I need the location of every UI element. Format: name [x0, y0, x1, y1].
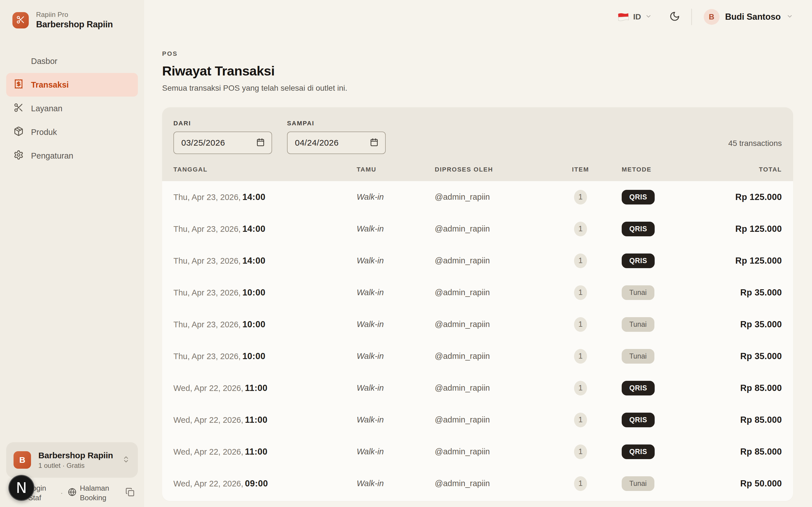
brand-outlet-name: Barbershop Rapiin	[36, 19, 113, 30]
sidebar-nav: Dasbor Transaksi	[0, 49, 144, 168]
locale-code: ID	[633, 12, 641, 21]
moon-icon	[669, 11, 680, 23]
payment-method-badge: QRIS	[622, 381, 655, 395]
date-from-value: 03/25/2026	[181, 138, 225, 148]
booking-page-link[interactable]: Halaman Booking	[68, 484, 120, 503]
row-processed-by: @admin_rapiin	[435, 383, 565, 393]
nextjs-devtools-button[interactable]: N	[8, 475, 35, 501]
gear-icon	[13, 150, 24, 162]
globe-icon	[68, 488, 77, 499]
table-row[interactable]: Thu, Apr 23, 2026,14:00 Walk-in @admin_r…	[173, 245, 782, 277]
page-title: Riwayat Transaksi	[162, 63, 793, 78]
row-item-count: 1	[574, 317, 587, 332]
receipt-icon	[13, 79, 24, 91]
filter-to: SAMPAI 04/24/2026	[287, 120, 386, 154]
chevron-down-icon	[786, 13, 793, 21]
sidebar-item-label: Pengaturan	[31, 151, 73, 161]
row-item-count: 1	[574, 349, 587, 363]
filters-panel: DARI 03/25/2026 SAMPAI	[162, 107, 793, 181]
payment-method-badge: QRIS	[622, 445, 655, 459]
row-total: Rp 50.000	[709, 478, 782, 489]
row-item-count: 1	[574, 445, 587, 459]
page-subtitle: Semua transaksi POS yang telah selesai d…	[162, 83, 793, 93]
table-row[interactable]: Thu, Apr 23, 2026,10:00 Walk-in @admin_r…	[173, 277, 782, 308]
user-avatar: B	[704, 9, 719, 25]
row-total: Rp 35.000	[709, 320, 782, 330]
row-processed-by: @admin_rapiin	[435, 415, 565, 425]
table-row[interactable]: Wed, Apr 22, 2026,11:00 Walk-in @admin_r…	[173, 372, 782, 404]
calendar-icon	[256, 138, 265, 148]
brand: Rapiin Pro Barbershop Rapiin	[0, 0, 144, 30]
chevrons-up-down-icon	[122, 455, 130, 465]
row-date: Thu, Apr 23, 2026,	[173, 193, 241, 202]
row-total: Rp 125.000	[709, 256, 782, 266]
row-date: Thu, Apr 23, 2026,	[173, 256, 241, 265]
row-guest: Walk-in	[357, 383, 435, 393]
app-logo[interactable]	[12, 12, 29, 29]
row-processed-by: @admin_rapiin	[435, 256, 565, 265]
row-guest: Walk-in	[357, 320, 435, 329]
table-row[interactable]: Thu, Apr 23, 2026,10:00 Walk-in @admin_r…	[173, 308, 782, 340]
page-eyebrow: POS	[162, 50, 793, 57]
row-total: Rp 35.000	[709, 351, 782, 361]
row-time: 10:00	[243, 288, 266, 297]
payment-method-badge: Tunai	[622, 349, 654, 363]
row-processed-by: @admin_rapiin	[435, 447, 565, 456]
sidebar-item-label: Dasbor	[31, 57, 57, 66]
column-header-tamu: TAMU	[357, 166, 435, 173]
column-header-metode: METODE	[596, 166, 709, 173]
indonesia-flag-icon	[617, 12, 629, 21]
payment-method-badge: Tunai	[622, 285, 654, 300]
sidebar-item-label: Produk	[31, 128, 57, 137]
row-processed-by: @admin_rapiin	[435, 479, 565, 488]
row-item-count: 1	[574, 413, 587, 427]
table-row[interactable]: Thu, Apr 23, 2026,10:00 Walk-in @admin_r…	[173, 340, 782, 372]
row-guest: Walk-in	[357, 415, 435, 425]
row-date: Wed, Apr 22, 2026,	[173, 479, 243, 488]
transactions-count: 45 transactions	[728, 139, 782, 148]
scissors-icon	[13, 103, 24, 115]
row-guest: Walk-in	[357, 288, 435, 297]
table-row[interactable]: Thu, Apr 23, 2026,14:00 Walk-in @admin_r…	[173, 181, 782, 213]
filter-from: DARI 03/25/2026	[173, 120, 272, 154]
sidebar-item-transaksi[interactable]: Transaksi	[6, 73, 138, 97]
transactions-table-body: Thu, Apr 23, 2026,14:00 Walk-in @admin_r…	[162, 181, 793, 501]
theme-toggle-button[interactable]	[669, 11, 680, 23]
payment-method-badge: Tunai	[622, 476, 654, 491]
sidebar-item-produk[interactable]: Produk	[6, 120, 138, 144]
date-from-input[interactable]: 03/25/2026	[173, 131, 272, 154]
booking-page-label: Halaman Booking	[80, 484, 120, 503]
row-total: Rp 35.000	[709, 288, 782, 298]
user-menu[interactable]: B Budi Santoso	[704, 9, 793, 25]
row-guest: Walk-in	[357, 351, 435, 361]
row-guest: Walk-in	[357, 224, 435, 233]
row-date: Wed, Apr 22, 2026,	[173, 447, 243, 456]
row-total: Rp 85.000	[709, 415, 782, 425]
sidebar-item-pengaturan[interactable]: Pengaturan	[6, 144, 138, 168]
column-header-item: ITEM	[565, 166, 596, 173]
row-time: 10:00	[243, 351, 266, 361]
date-to-input[interactable]: 04/24/2026	[287, 131, 386, 154]
table-row[interactable]: Wed, Apr 22, 2026,11:00 Walk-in @admin_r…	[173, 436, 782, 467]
package-icon	[13, 126, 24, 138]
scissors-icon	[16, 15, 25, 25]
app-root: Rapiin Pro Barbershop Rapiin Dasbor	[0, 0, 812, 507]
sidebar-item-dasbor[interactable]: Dasbor	[6, 49, 138, 73]
row-guest: Walk-in	[357, 192, 435, 202]
copy-booking-link-button[interactable]	[125, 488, 135, 499]
table-row[interactable]: Wed, Apr 22, 2026,09:00 Walk-in @admin_r…	[173, 467, 782, 499]
table-row[interactable]: Thu, Apr 23, 2026,14:00 Walk-in @admin_r…	[173, 213, 782, 245]
row-processed-by: @admin_rapiin	[435, 351, 565, 361]
sidebar-item-label: Transaksi	[31, 80, 69, 90]
row-processed-by: @admin_rapiin	[435, 192, 565, 202]
row-date: Thu, Apr 23, 2026,	[173, 352, 241, 361]
table-row[interactable]: Wed, Apr 22, 2026,11:00 Walk-in @admin_r…	[173, 404, 782, 436]
sidebar-item-layanan[interactable]: Layanan	[6, 97, 138, 120]
row-item-count: 1	[574, 222, 587, 236]
payment-method-badge: Tunai	[622, 317, 654, 332]
locale-switcher[interactable]: ID	[617, 12, 652, 21]
payment-method-badge: QRIS	[622, 413, 655, 427]
outlet-meta: 1 outlet · Gratis	[38, 462, 113, 469]
row-item-count: 1	[574, 253, 587, 268]
outlet-switcher[interactable]: B Barbershop Rapiin 1 outlet · Gratis	[6, 442, 138, 478]
